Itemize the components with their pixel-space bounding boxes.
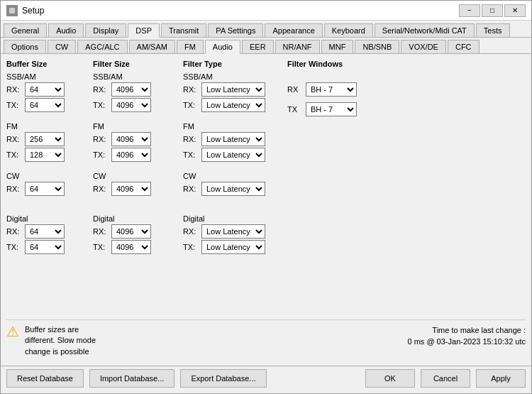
- fsize-ssb-group: SSB/AM RX: 102420484096 TX: 102420484096: [93, 72, 174, 114]
- tab-general[interactable]: General: [4, 23, 47, 37]
- sub-tab-nb-snb[interactable]: NB/SNB: [355, 40, 399, 53]
- buffer-digital-rx-select[interactable]: 64128: [25, 224, 65, 239]
- fsize-fm-label: FM: [93, 122, 174, 131]
- export-database-button[interactable]: Export Database...: [180, 369, 266, 388]
- ftype-cw-rx-row: RX: Low LatencyLinear Phase: [183, 182, 279, 196]
- sub-tab-am-sam[interactable]: AM/SAM: [129, 40, 175, 53]
- buffer-ssb-rx-row: RX: 64128256512: [6, 82, 84, 97]
- fsize-digital-tx-select[interactable]: 102420484096: [111, 240, 151, 254]
- fsize-ssb-tx-select[interactable]: 102420484096: [111, 98, 151, 112]
- ftype-digital-rx-select[interactable]: Low LatencyLinear Phase: [201, 224, 265, 239]
- import-database-button[interactable]: Import Database...: [89, 369, 175, 388]
- ftype-fm-tx-label: TX:: [183, 151, 199, 159]
- window-controls: − □ ✕: [459, 4, 526, 17]
- buffer-ssb-label: SSB/AM: [6, 72, 84, 81]
- tab-appearance[interactable]: Appearance: [265, 23, 322, 37]
- ftype-cw-rx-select[interactable]: Low LatencyLinear Phase: [201, 182, 265, 196]
- buffer-ssb-tx-row: TX: 64128: [6, 98, 84, 112]
- tab-display[interactable]: Display: [85, 23, 126, 37]
- tab-transmit[interactable]: Transmit: [161, 23, 206, 37]
- fsize-ssb-rx-select[interactable]: 102420484096: [111, 82, 151, 97]
- ftype-ssb-rx-select[interactable]: Low LatencyLinear Phase: [201, 82, 265, 97]
- buffer-fm-tx-label: TX:: [6, 151, 22, 159]
- apply-button[interactable]: Apply: [476, 369, 526, 388]
- minimize-button[interactable]: −: [459, 4, 480, 17]
- fsize-fm-rx-select[interactable]: 102420484096: [111, 132, 151, 146]
- warning-text: Buffer sizes are different. Slow mode ch…: [25, 324, 96, 357]
- btn-group-right: OK Cancel Apply: [365, 369, 526, 388]
- fsize-cw-rx-select[interactable]: 102420484096: [111, 182, 151, 196]
- cancel-button[interactable]: Cancel: [421, 369, 470, 388]
- sub-tab-cfc[interactable]: CFC: [448, 40, 480, 53]
- ftype-digital-tx-select[interactable]: Low LatencyLinear Phase: [201, 240, 265, 254]
- buffer-digital-tx-row: TX: 64128: [6, 240, 84, 254]
- ftype-ssb-group: SSB/AM RX: Low LatencyLinear Phase TX: L…: [183, 72, 279, 114]
- buffer-ssb-rx-select[interactable]: 64128256512: [25, 82, 65, 97]
- buffer-digital-tx-select[interactable]: 64128: [25, 240, 65, 254]
- ftype-ssb-label: SSB/AM: [183, 72, 279, 81]
- reset-database-button[interactable]: Reset Database: [6, 369, 84, 388]
- maximize-button[interactable]: □: [482, 4, 503, 17]
- sub-tab-fm[interactable]: FM: [177, 40, 204, 53]
- sub-tab-eer[interactable]: EER: [242, 40, 274, 53]
- fsize-digital-rx-select[interactable]: 102420484096: [111, 224, 151, 239]
- ftype-digital-rx-row: RX: Low LatencyLinear Phase: [183, 224, 279, 239]
- columns-row: Buffer Size SSB/AM RX: 64128256512 TX: 6…: [6, 60, 526, 317]
- svg-rect-1: [9, 8, 15, 13]
- sub-tab-nr-anf[interactable]: NR/ANF: [275, 40, 320, 53]
- ftype-digital-group: Digital RX: Low LatencyLinear Phase TX: …: [183, 214, 279, 256]
- close-button[interactable]: ✕: [504, 4, 526, 17]
- filter-windows-tx-select[interactable]: BH - 7BH - 4Hann: [306, 102, 357, 116]
- buffer-fm-rx-label: RX:: [6, 135, 22, 143]
- sub-tab-mnf[interactable]: MNF: [321, 40, 354, 53]
- buffer-fm-label: FM: [6, 122, 84, 131]
- buffer-cw-rx-row: RX: 64128: [6, 182, 84, 196]
- sub-tab-cw[interactable]: CW: [48, 40, 76, 53]
- fsize-fm-rx-row: RX: 102420484096: [93, 132, 174, 146]
- fsize-digital-label: Digital: [93, 214, 174, 223]
- buffer-digital-rx-row: RX: 64128: [6, 224, 84, 239]
- tab-dsp[interactable]: DSP: [128, 23, 160, 38]
- ftype-ssb-tx-select[interactable]: Low LatencyLinear Phase: [201, 98, 265, 112]
- buffer-cw-rx-select[interactable]: 64128: [25, 182, 65, 196]
- ftype-fm-tx-select[interactable]: Low LatencyLinear Phase: [201, 148, 265, 162]
- tab-pa-settings[interactable]: PA Settings: [208, 23, 263, 37]
- ftype-ssb-tx-row: TX: Low LatencyLinear Phase: [183, 98, 279, 112]
- buffer-digital-label: Digital: [6, 214, 84, 223]
- sub-tab-audio[interactable]: Audio: [205, 40, 240, 54]
- sub-tab-agc[interactable]: AGC/ALC: [77, 40, 127, 53]
- buffer-ssb-group: SSB/AM RX: 64128256512 TX: 64128: [6, 72, 84, 114]
- filter-windows-rx-row: RX BH - 7BH - 4Hann: [287, 82, 387, 97]
- buffer-fm-rx-select[interactable]: 64128256512: [25, 132, 65, 146]
- ftype-fm-tx-row: TX: Low LatencyLinear Phase: [183, 148, 279, 162]
- window-title: Setup: [22, 6, 459, 16]
- filter-windows-rx-select[interactable]: BH - 7BH - 4Hann: [306, 82, 357, 97]
- buffer-digital-rx-label: RX:: [6, 227, 22, 236]
- fsize-digital-tx-row: TX: 102420484096: [93, 240, 174, 254]
- warning-icon: ⚠: [6, 324, 21, 339]
- fsize-fm-tx-row: TX: 102420484096: [93, 148, 174, 162]
- ftype-cw-rx-label: RX:: [183, 185, 199, 193]
- ftype-cw-label: CW: [183, 172, 279, 180]
- warning-line3: change is possible: [25, 347, 89, 356]
- filter-size-header: Filter Size: [93, 60, 174, 68]
- buffer-fm-tx-select[interactable]: 64128: [25, 148, 65, 162]
- tab-serial[interactable]: Serial/Network/Midi CAT: [375, 23, 475, 37]
- ftype-digital-tx-row: TX: Low LatencyLinear Phase: [183, 240, 279, 254]
- filter-windows-rx-label: RX: [287, 85, 301, 94]
- time-info-value: 0 ms @ 03-Jan-2023 15:10:32 utc: [408, 336, 526, 348]
- sub-tab-options[interactable]: Options: [4, 40, 46, 53]
- ftype-digital-label: Digital: [183, 214, 279, 223]
- fsize-digital-rx-row: RX: 102420484096: [93, 224, 174, 239]
- fsize-fm-tx-select[interactable]: 102420484096: [111, 148, 151, 162]
- tab-keyboard[interactable]: Keyboard: [324, 23, 373, 37]
- ftype-digital-tx-label: TX:: [183, 243, 199, 251]
- tab-audio[interactable]: Audio: [48, 23, 84, 37]
- fsize-ssb-tx-label: TX:: [93, 101, 109, 109]
- warning-line1: Buffer sizes are: [25, 325, 79, 334]
- tab-tests[interactable]: Tests: [476, 23, 510, 37]
- sub-tab-vox-de[interactable]: VOX/DE: [401, 40, 446, 53]
- buffer-ssb-tx-select[interactable]: 64128: [25, 98, 65, 112]
- ftype-fm-rx-select[interactable]: Low LatencyLinear Phase: [201, 132, 265, 146]
- ok-button[interactable]: OK: [365, 369, 415, 388]
